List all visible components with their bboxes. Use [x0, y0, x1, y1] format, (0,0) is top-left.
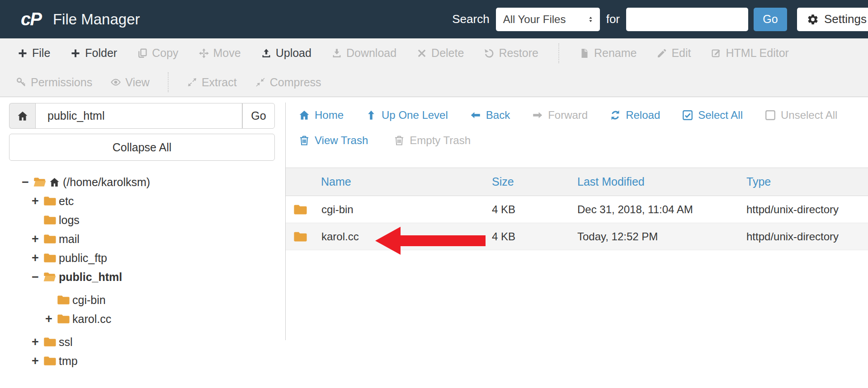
- back-button[interactable]: Back: [470, 109, 510, 122]
- unselect-all-label: Unselect All: [781, 109, 837, 122]
- toolbar-copy-button[interactable]: Copy: [137, 47, 178, 60]
- file-name[interactable]: karol.cc: [321, 230, 359, 243]
- column-header-size[interactable]: Size: [491, 168, 577, 196]
- directory-tree: −(/home/karolksm)+etclogs+mail+public_ft…: [9, 173, 275, 370]
- tree-item-etc[interactable]: +etc: [9, 192, 275, 210]
- back-label: Back: [486, 109, 510, 122]
- trash-icon: [298, 135, 310, 146]
- expand-icon[interactable]: +: [30, 251, 41, 265]
- tree-item-tmp[interactable]: +tmp: [9, 351, 275, 370]
- plus-icon: [17, 48, 28, 59]
- empty-trash-label: Empty Trash: [410, 134, 471, 147]
- view-trash-button[interactable]: View Trash: [298, 134, 368, 147]
- path-input[interactable]: [35, 103, 242, 129]
- tree-item-mail[interactable]: +mail: [9, 229, 275, 248]
- toolbar-view-button[interactable]: View: [110, 76, 150, 89]
- arrow-right-icon: [532, 109, 543, 121]
- empty-trash-button[interactable]: Empty Trash: [393, 134, 471, 147]
- tree-item-cgi-bin[interactable]: cgi-bin: [9, 290, 275, 309]
- toolbar-upload-button[interactable]: Upload: [261, 47, 311, 60]
- search-go-button[interactable]: Go: [754, 8, 787, 31]
- folder-open-icon: [43, 271, 56, 282]
- download-label: Download: [346, 47, 396, 60]
- delete-label: Delete: [431, 47, 464, 60]
- tree-item-ssl[interactable]: +ssl: [9, 332, 275, 351]
- reload-label: Reload: [626, 109, 660, 122]
- reload-icon: [609, 109, 621, 121]
- toolbar-file-button[interactable]: File: [17, 47, 50, 60]
- edit-icon: [656, 48, 667, 59]
- column-header-last-modified[interactable]: Last Modified: [577, 168, 746, 196]
- home-button[interactable]: Home: [298, 109, 344, 122]
- folder-icon: [43, 252, 56, 263]
- toolbar-edit-button[interactable]: Edit: [656, 47, 691, 60]
- toolbar-rename-button[interactable]: Rename: [579, 47, 637, 60]
- table-row-cgi-bin[interactable]: cgi-bin4 KBDec 31, 2018, 11:04 AMhttpd/u…: [286, 196, 868, 223]
- sidebar-home-button[interactable]: [9, 103, 35, 129]
- plus-icon: [70, 48, 81, 59]
- home-label: Home: [315, 109, 344, 122]
- file-name[interactable]: cgi-bin: [321, 203, 354, 216]
- file-list: NameSizeLast ModifiedType cgi-bin4 KBDec…: [286, 168, 868, 250]
- tree-item-public_ftp[interactable]: +public_ftp: [9, 248, 275, 267]
- column-header-type[interactable]: Type: [746, 168, 868, 196]
- delete-icon: [416, 48, 427, 59]
- toolbar-compress-button[interactable]: Compress: [255, 76, 321, 89]
- cell-last-modified: Today, 12:52 PM: [577, 223, 746, 250]
- expand-icon[interactable]: +: [43, 312, 54, 326]
- expand-icon[interactable]: +: [30, 354, 41, 368]
- up-one-level-button[interactable]: Up One Level: [365, 109, 448, 122]
- tree-item-homekarolksm[interactable]: −(/home/karolksm): [9, 173, 275, 192]
- select-all-button[interactable]: Select All: [682, 109, 743, 122]
- table-row-karol.cc[interactable]: karol.cc4 KBToday, 12:52 PMhttpd/unix-di…: [286, 223, 868, 250]
- forward-label: Forward: [548, 109, 588, 122]
- select-all-label: Select All: [698, 109, 743, 122]
- toolbar-move-button[interactable]: Move: [198, 47, 241, 60]
- tree-item-label: karol.cc: [72, 313, 111, 326]
- gear-icon: [807, 14, 819, 25]
- sidebar: Go Collapse All −(/home/karolksm)+etclog…: [0, 97, 286, 370]
- expand-icon[interactable]: +: [30, 335, 41, 349]
- toolbar-html-editor-button[interactable]: HTML Editor: [711, 47, 789, 60]
- expand-icon[interactable]: +: [30, 194, 41, 208]
- edit-label: Edit: [671, 47, 691, 60]
- view-trash-label: View Trash: [315, 134, 368, 147]
- settings-label: Settings: [824, 12, 867, 26]
- tree-item-label: tmp: [59, 355, 78, 368]
- move-icon: [198, 48, 209, 59]
- reload-button[interactable]: Reload: [609, 109, 660, 122]
- cell-type: httpd/unix-directory: [746, 196, 868, 223]
- file-window-toolbar: HomeUp One LevelBackForwardReloadSelect …: [286, 97, 868, 150]
- path-group: Go: [9, 103, 275, 129]
- move-label: Move: [213, 47, 241, 60]
- copy-icon: [137, 48, 148, 59]
- caret-updown-icon: [587, 14, 594, 25]
- file-label: File: [32, 47, 50, 60]
- toolbar-download-button[interactable]: Download: [331, 47, 396, 60]
- tree-item-karol.cc[interactable]: +karol.cc: [9, 309, 275, 328]
- collapse-icon[interactable]: −: [20, 175, 31, 189]
- settings-button[interactable]: Settings: [797, 8, 868, 31]
- expand-icon[interactable]: +: [30, 232, 41, 246]
- rename-icon: [579, 48, 590, 59]
- unselect-all-button[interactable]: Unselect All: [764, 109, 837, 122]
- toolbar-restore-button[interactable]: Restore: [484, 47, 538, 60]
- path-go-button[interactable]: Go: [242, 103, 275, 129]
- toolbar-delete-button[interactable]: Delete: [416, 47, 464, 60]
- forward-button[interactable]: Forward: [532, 109, 588, 122]
- collapse-all-button[interactable]: Collapse All: [9, 134, 275, 161]
- view-label: View: [125, 76, 150, 89]
- toolbar-folder-button[interactable]: Folder: [70, 47, 117, 60]
- search-scope-select[interactable]: All Your Files: [496, 8, 600, 31]
- tree-item-label: ssl: [59, 336, 73, 349]
- toolbar-extract-button[interactable]: Extract: [187, 76, 237, 89]
- search-input[interactable]: [626, 8, 748, 31]
- folder-icon: [43, 215, 56, 225]
- collapse-icon[interactable]: −: [30, 270, 41, 284]
- toolbar-permissions-button[interactable]: Permissions: [16, 76, 92, 89]
- tree-item-public_html[interactable]: −public_html: [9, 267, 275, 286]
- nav-row-2: View TrashEmpty Trash: [298, 131, 868, 150]
- tree-item-logs[interactable]: logs: [9, 210, 275, 229]
- column-header-name[interactable]: Name: [286, 168, 491, 196]
- name-cell: karol.cc: [286, 230, 491, 243]
